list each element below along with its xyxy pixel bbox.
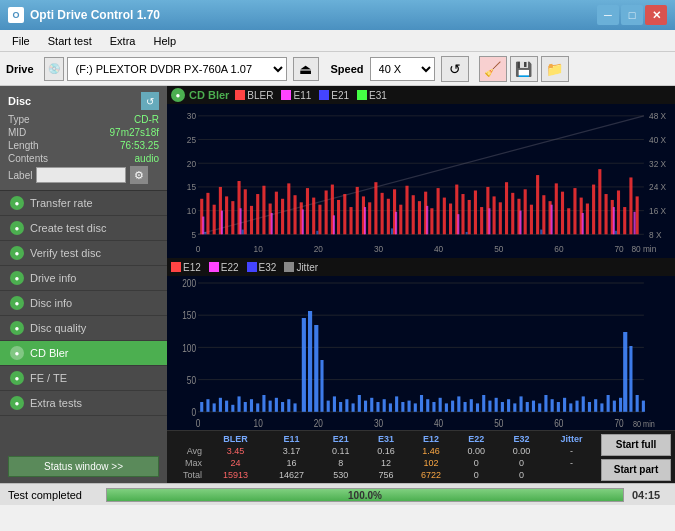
svg-rect-40 (275, 192, 278, 235)
svg-text:40: 40 (434, 244, 443, 255)
top-chart-svg: 30 25 20 15 10 5 48 X 40 X 32 X 24 X 16 … (167, 104, 675, 258)
stats-col-e22: E22 (454, 433, 499, 445)
stats-col-jitter: Jitter (544, 433, 599, 445)
drive-select[interactable]: (F:) PLEXTOR DVDR PX-760A 1.07 (67, 57, 287, 81)
nav-icon: ● (10, 271, 24, 285)
legend-item-e31: E31 (357, 90, 387, 101)
svg-rect-186 (482, 395, 485, 412)
svg-rect-32 (225, 196, 228, 234)
sidebar: Disc ↺ Type CD-R MID 97m27s18f Length 76… (0, 86, 167, 483)
svg-rect-113 (613, 207, 615, 234)
time-display: 04:15 (632, 489, 667, 501)
legend-label: BLER (247, 90, 273, 101)
start-full-button[interactable]: Start full (601, 434, 671, 456)
disc-mid-label: MID (8, 127, 26, 138)
svg-rect-159 (287, 399, 290, 412)
svg-rect-185 (476, 403, 479, 411)
nav-icon: ● (10, 346, 24, 360)
nav-item-verify-test-disc[interactable]: ●Verify test disc (0, 241, 167, 266)
minimize-button[interactable]: ─ (597, 5, 619, 25)
stats-cell: 15913 (206, 469, 265, 481)
svg-text:30: 30 (374, 244, 383, 255)
save-button[interactable]: 📁 (541, 56, 569, 82)
stats-col-e31: E31 (363, 433, 408, 445)
content-area: ● CD Bler BLERE11E21E31 30 25 (167, 86, 675, 483)
refresh-button[interactable]: ↺ (441, 56, 469, 82)
svg-rect-93 (605, 194, 608, 234)
bottom-chart-header: E12E22E32Jitter (167, 258, 675, 276)
menu-extra[interactable]: Extra (102, 33, 144, 49)
svg-rect-181 (451, 401, 454, 412)
svg-text:8 X: 8 X (649, 229, 661, 240)
stats-col-e32: E32 (499, 433, 544, 445)
erase-button[interactable]: 🧹 (479, 56, 507, 82)
legend-color-box (247, 262, 257, 272)
menu-bar: File Start test Extra Help (0, 30, 675, 52)
disc-contents-label: Contents (8, 153, 48, 164)
svg-text:48 X: 48 X (649, 111, 666, 122)
stats-col-e21: E21 (318, 433, 363, 445)
stats-cell: 0.16 (363, 445, 408, 457)
svg-rect-53 (356, 187, 359, 234)
top-chart-header: ● CD Bler BLERE11E21E31 (167, 86, 675, 104)
svg-rect-108 (457, 214, 459, 234)
legend-label: E32 (259, 262, 277, 273)
nav-item-transfer-rate[interactable]: ●Transfer rate (0, 191, 167, 216)
legend-color-box (235, 90, 245, 100)
nav-item-create-test-disc[interactable]: ●Create test disc (0, 216, 167, 241)
disc-label-key: Label (8, 170, 32, 181)
legend-color-box (281, 90, 291, 100)
svg-rect-107 (426, 206, 428, 234)
stats-cell: 0 (499, 457, 544, 469)
nav-icon: ● (10, 396, 24, 410)
stats-row-label: Total (171, 469, 206, 481)
svg-rect-183 (464, 402, 467, 412)
nav-icon: ● (10, 246, 24, 260)
disc-label-input[interactable] (36, 167, 126, 183)
eject-button[interactable]: ⏏ (293, 57, 319, 81)
svg-rect-41 (281, 199, 284, 235)
menu-start-test[interactable]: Start test (40, 33, 100, 49)
svg-text:60: 60 (554, 417, 564, 430)
svg-rect-116 (242, 230, 244, 235)
svg-rect-141 (200, 402, 203, 412)
nav-item-cd-bler[interactable]: ●CD Bler (0, 341, 167, 366)
speed-select[interactable]: 40 X (370, 57, 435, 81)
nav-item-extra-tests[interactable]: ●Extra tests (0, 391, 167, 416)
svg-rect-48 (325, 190, 328, 234)
svg-rect-76 (499, 202, 502, 234)
disc-mid-value: 97m27s18f (110, 127, 159, 138)
nav-item-disc-quality[interactable]: ●Disc quality (0, 316, 167, 341)
svg-rect-157 (275, 398, 278, 412)
burn-button[interactable]: 💾 (510, 56, 538, 82)
nav-item-fe---te[interactable]: ●FE / TE (0, 366, 167, 391)
legend-label: E31 (369, 90, 387, 101)
menu-help[interactable]: Help (145, 33, 184, 49)
svg-rect-58 (387, 199, 390, 235)
top-legend: BLERE11E21E31 (235, 90, 387, 101)
svg-rect-167 (364, 401, 367, 412)
status-window-button[interactable]: Status window >> (8, 456, 159, 477)
speed-label: Speed (331, 63, 364, 75)
svg-rect-182 (457, 396, 460, 411)
svg-rect-78 (511, 193, 514, 234)
nav-item-disc-info[interactable]: ●Disc info (0, 291, 167, 316)
disc-refresh-button[interactable]: ↺ (141, 92, 159, 110)
start-part-button[interactable]: Start part (601, 459, 671, 481)
label-gear-button[interactable]: ⚙ (130, 166, 148, 184)
legend-item-bler: BLER (235, 90, 273, 101)
svg-rect-61 (405, 186, 408, 235)
nav-item-drive-info[interactable]: ●Drive info (0, 266, 167, 291)
main-area: Disc ↺ Type CD-R MID 97m27s18f Length 76… (0, 86, 675, 483)
maximize-button[interactable]: □ (621, 5, 643, 25)
nav-icon: ● (10, 221, 24, 235)
svg-rect-166 (358, 395, 361, 412)
close-button[interactable]: ✕ (645, 5, 667, 25)
svg-rect-55 (368, 202, 371, 234)
stats-cell: 1.46 (409, 445, 454, 457)
svg-rect-68 (449, 204, 452, 235)
stats-buttons: Start full Start part (601, 434, 671, 481)
svg-rect-121 (615, 231, 617, 235)
menu-file[interactable]: File (4, 33, 38, 49)
stats-area: BLER E11 E21 E31 E12 E22 E32 Jitter Avg3… (167, 430, 675, 483)
